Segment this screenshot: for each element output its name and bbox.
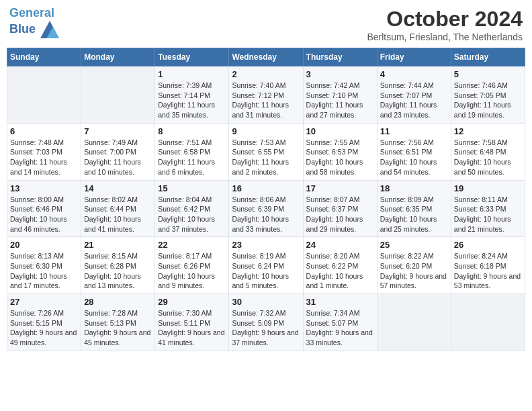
day-number: 19 bbox=[454, 183, 522, 193]
day-info: Sunrise: 8:20 AMSunset: 6:22 PMDaylight:… bbox=[306, 251, 374, 291]
weekday-header: Monday bbox=[81, 48, 155, 66]
logo-icon bbox=[40, 20, 59, 39]
calendar-cell: 7Sunrise: 7:49 AMSunset: 7:00 PMDaylight… bbox=[81, 123, 155, 180]
calendar-week-row: 20Sunrise: 8:13 AMSunset: 6:30 PMDayligh… bbox=[7, 237, 525, 294]
day-info: Sunrise: 8:09 AMSunset: 6:35 PMDaylight:… bbox=[380, 195, 448, 234]
day-number: 4 bbox=[380, 69, 448, 79]
day-number: 20 bbox=[10, 240, 78, 250]
calendar-cell: 3Sunrise: 7:42 AMSunset: 7:10 PMDaylight… bbox=[303, 66, 377, 124]
day-number: 8 bbox=[158, 126, 226, 136]
day-number: 7 bbox=[84, 126, 152, 136]
logo-text: General bbox=[9, 7, 59, 20]
calendar-cell: 30Sunrise: 7:32 AMSunset: 5:09 PMDayligh… bbox=[229, 294, 303, 351]
calendar-cell: 13Sunrise: 8:00 AMSunset: 6:46 PMDayligh… bbox=[7, 180, 81, 237]
day-number: 15 bbox=[158, 183, 226, 193]
day-info: Sunrise: 7:53 AMSunset: 6:55 PMDaylight:… bbox=[232, 138, 300, 177]
calendar-cell: 20Sunrise: 8:13 AMSunset: 6:30 PMDayligh… bbox=[7, 237, 81, 294]
day-info: Sunrise: 8:06 AMSunset: 6:39 PMDaylight:… bbox=[232, 195, 300, 234]
weekday-header: Wednesday bbox=[229, 48, 303, 66]
calendar-week-row: 1Sunrise: 7:39 AMSunset: 7:14 PMDaylight… bbox=[7, 66, 525, 124]
calendar-cell: 17Sunrise: 8:07 AMSunset: 6:37 PMDayligh… bbox=[303, 180, 377, 237]
calendar-week-row: 6Sunrise: 7:48 AMSunset: 7:03 PMDaylight… bbox=[7, 123, 525, 180]
day-info: Sunrise: 7:44 AMSunset: 7:07 PMDaylight:… bbox=[380, 81, 448, 120]
calendar-cell bbox=[451, 294, 525, 351]
day-number: 10 bbox=[306, 126, 374, 136]
day-number: 27 bbox=[10, 297, 78, 307]
calendar-cell: 11Sunrise: 7:56 AMSunset: 6:51 PMDayligh… bbox=[377, 123, 451, 180]
calendar-cell: 21Sunrise: 8:15 AMSunset: 6:28 PMDayligh… bbox=[81, 237, 155, 294]
day-info: Sunrise: 7:56 AMSunset: 6:51 PMDaylight:… bbox=[380, 138, 448, 177]
calendar-cell: 26Sunrise: 8:24 AMSunset: 6:18 PMDayligh… bbox=[451, 237, 525, 294]
calendar-cell: 29Sunrise: 7:30 AMSunset: 5:11 PMDayligh… bbox=[155, 294, 229, 351]
calendar-cell: 18Sunrise: 8:09 AMSunset: 6:35 PMDayligh… bbox=[377, 180, 451, 237]
weekday-header-row: SundayMondayTuesdayWednesdayThursdayFrid… bbox=[7, 48, 525, 66]
day-number: 2 bbox=[232, 69, 300, 79]
day-info: Sunrise: 7:30 AMSunset: 5:11 PMDaylight:… bbox=[158, 308, 226, 348]
day-info: Sunrise: 7:28 AMSunset: 5:13 PMDaylight:… bbox=[84, 308, 152, 348]
day-number: 11 bbox=[380, 126, 448, 136]
day-info: Sunrise: 7:34 AMSunset: 5:07 PMDaylight:… bbox=[306, 308, 374, 348]
calendar-table: SundayMondayTuesdayWednesdayThursdayFrid… bbox=[7, 48, 525, 351]
calendar-cell: 8Sunrise: 7:51 AMSunset: 6:58 PMDaylight… bbox=[155, 123, 229, 180]
day-info: Sunrise: 7:46 AMSunset: 7:05 PMDaylight:… bbox=[454, 81, 522, 120]
day-info: Sunrise: 7:55 AMSunset: 6:53 PMDaylight:… bbox=[306, 138, 374, 177]
logo: General Blue bbox=[9, 7, 59, 39]
weekday-header: Tuesday bbox=[155, 48, 229, 66]
weekday-header: Saturday bbox=[451, 48, 525, 66]
day-info: Sunrise: 8:24 AMSunset: 6:18 PMDaylight:… bbox=[454, 251, 522, 291]
day-info: Sunrise: 8:02 AMSunset: 6:44 PMDaylight:… bbox=[84, 195, 152, 234]
day-number: 24 bbox=[306, 240, 374, 250]
day-info: Sunrise: 8:19 AMSunset: 6:24 PMDaylight:… bbox=[232, 251, 300, 291]
calendar-cell: 12Sunrise: 7:58 AMSunset: 6:48 PMDayligh… bbox=[451, 123, 525, 180]
calendar-cell: 14Sunrise: 8:02 AMSunset: 6:44 PMDayligh… bbox=[81, 180, 155, 237]
month-title: October 2024 bbox=[367, 7, 523, 32]
day-number: 21 bbox=[84, 240, 152, 250]
weekday-header: Sunday bbox=[7, 48, 81, 66]
day-info: Sunrise: 7:32 AMSunset: 5:09 PMDaylight:… bbox=[232, 308, 300, 348]
calendar-cell: 4Sunrise: 7:44 AMSunset: 7:07 PMDaylight… bbox=[377, 66, 451, 124]
day-number: 3 bbox=[306, 69, 374, 79]
day-number: 31 bbox=[306, 297, 374, 307]
page-header: General Blue October 2024 Berltsum, Frie… bbox=[7, 7, 525, 42]
day-number: 30 bbox=[232, 297, 300, 307]
calendar-cell: 1Sunrise: 7:39 AMSunset: 7:14 PMDaylight… bbox=[155, 66, 229, 124]
day-info: Sunrise: 8:22 AMSunset: 6:20 PMDaylight:… bbox=[380, 251, 448, 291]
day-number: 12 bbox=[454, 126, 522, 136]
weekday-header: Friday bbox=[377, 48, 451, 66]
title-block: October 2024 Berltsum, Friesland, The Ne… bbox=[367, 7, 523, 42]
day-number: 16 bbox=[232, 183, 300, 193]
calendar-cell: 22Sunrise: 8:17 AMSunset: 6:26 PMDayligh… bbox=[155, 237, 229, 294]
day-info: Sunrise: 7:48 AMSunset: 7:03 PMDaylight:… bbox=[10, 138, 78, 177]
calendar-cell: 25Sunrise: 8:22 AMSunset: 6:20 PMDayligh… bbox=[377, 237, 451, 294]
calendar-cell: 15Sunrise: 8:04 AMSunset: 6:42 PMDayligh… bbox=[155, 180, 229, 237]
day-number: 9 bbox=[232, 126, 300, 136]
calendar-cell: 2Sunrise: 7:40 AMSunset: 7:12 PMDaylight… bbox=[229, 66, 303, 124]
day-number: 17 bbox=[306, 183, 374, 193]
day-info: Sunrise: 7:40 AMSunset: 7:12 PMDaylight:… bbox=[232, 81, 300, 120]
day-info: Sunrise: 7:26 AMSunset: 5:15 PMDaylight:… bbox=[10, 308, 78, 348]
day-info: Sunrise: 8:07 AMSunset: 6:37 PMDaylight:… bbox=[306, 195, 374, 234]
day-info: Sunrise: 7:39 AMSunset: 7:14 PMDaylight:… bbox=[158, 81, 226, 120]
day-number: 29 bbox=[158, 297, 226, 307]
calendar-cell bbox=[377, 294, 451, 351]
day-number: 18 bbox=[380, 183, 448, 193]
day-info: Sunrise: 8:00 AMSunset: 6:46 PMDaylight:… bbox=[10, 195, 78, 234]
calendar-cell: 19Sunrise: 8:11 AMSunset: 6:33 PMDayligh… bbox=[451, 180, 525, 237]
day-info: Sunrise: 7:58 AMSunset: 6:48 PMDaylight:… bbox=[454, 138, 522, 177]
day-number: 25 bbox=[380, 240, 448, 250]
calendar-cell: 23Sunrise: 8:19 AMSunset: 6:24 PMDayligh… bbox=[229, 237, 303, 294]
day-info: Sunrise: 8:04 AMSunset: 6:42 PMDaylight:… bbox=[158, 195, 226, 234]
logo-text2: Blue bbox=[9, 20, 59, 39]
day-info: Sunrise: 7:49 AMSunset: 7:00 PMDaylight:… bbox=[84, 138, 152, 177]
day-info: Sunrise: 8:15 AMSunset: 6:28 PMDaylight:… bbox=[84, 251, 152, 291]
day-info: Sunrise: 8:17 AMSunset: 6:26 PMDaylight:… bbox=[158, 251, 226, 291]
day-info: Sunrise: 7:42 AMSunset: 7:10 PMDaylight:… bbox=[306, 81, 374, 120]
weekday-header: Thursday bbox=[303, 48, 377, 66]
location-title: Berltsum, Friesland, The Netherlands bbox=[367, 32, 523, 42]
day-number: 13 bbox=[10, 183, 78, 193]
calendar-cell: 9Sunrise: 7:53 AMSunset: 6:55 PMDaylight… bbox=[229, 123, 303, 180]
day-number: 1 bbox=[158, 69, 226, 79]
day-number: 22 bbox=[158, 240, 226, 250]
day-number: 28 bbox=[84, 297, 152, 307]
calendar-cell: 10Sunrise: 7:55 AMSunset: 6:53 PMDayligh… bbox=[303, 123, 377, 180]
